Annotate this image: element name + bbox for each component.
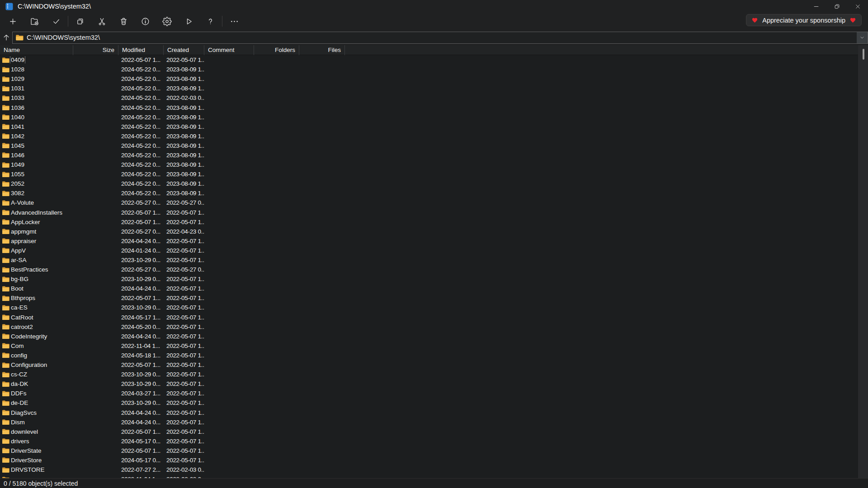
item-name: A-Volute	[11, 199, 34, 206]
list-item[interactable]: AppLocker2022-05-07 1...2022-05-07 1...	[0, 217, 858, 227]
minimize-button[interactable]	[806, 0, 826, 13]
list-item[interactable]: 10362024-05-22 0...2023-08-09 1...	[0, 103, 858, 112]
item-name: appraiser	[11, 238, 36, 244]
list-item[interactable]: Boot2024-04-24 0...2022-05-07 1...	[0, 284, 858, 293]
list-item[interactable]: 10332024-05-22 0...2022-02-03 0...	[0, 93, 858, 103]
run-button[interactable]	[178, 14, 199, 28]
column-header-size[interactable]: Size	[73, 45, 118, 55]
vertical-scrollbar[interactable]	[858, 45, 868, 478]
item-created: 2023-08-09 1...	[164, 180, 204, 187]
item-created: 2022-05-07 1...	[164, 56, 204, 63]
list-item[interactable]: BestPractices2022-05-27 0...2022-05-27 0…	[0, 265, 858, 274]
list-item[interactable]: Bthprops2022-05-07 1...2022-05-07 1...	[0, 293, 858, 303]
folder-icon	[2, 371, 9, 378]
list-item[interactable]: 10422024-05-22 0...2023-08-09 1...	[0, 131, 858, 141]
list-item[interactable]: 04092022-05-07 1...2022-05-07 1...	[0, 55, 858, 65]
item-modified: 2022-07-27 2...	[118, 466, 164, 473]
column-header-comment[interactable]: Comment	[204, 45, 254, 55]
folder-icon	[2, 324, 9, 330]
sponsor-button[interactable]: Appreciate your sponsorship	[746, 14, 862, 26]
list-item[interactable]: AdvancedInstallers2022-05-07 1...2022-05…	[0, 208, 858, 217]
list-item[interactable]: DDFs2024-03-27 1...2022-05-07 1...	[0, 389, 858, 398]
list-item[interactable]: 10462024-05-22 0...2023-08-09 1...	[0, 150, 858, 160]
item-modified: 2024-05-17 1...	[118, 314, 164, 321]
list-item[interactable]: 10292024-05-22 0...2023-08-09 1...	[0, 74, 858, 84]
window: C:\WINDOWS\system32\ Appreciate your spo…	[0, 0, 868, 488]
item-created: 2022-05-07 1...	[164, 352, 204, 359]
folder-icon	[2, 381, 9, 387]
item-created: 2022-05-07 1...	[164, 209, 204, 216]
item-name: 1040	[11, 114, 24, 121]
list-item[interactable]: 10492024-05-22 0...2023-08-09 1...	[0, 160, 858, 169]
copy-button[interactable]	[69, 14, 91, 28]
list-item[interactable]: Com2022-11-04 1...2022-05-07 1...	[0, 341, 858, 351]
item-modified: 2022-05-07 1...	[118, 295, 164, 301]
list-item[interactable]: A-Volute2022-05-27 0...2022-05-27 0...	[0, 198, 858, 207]
up-one-level-button[interactable]	[0, 32, 12, 44]
column-header-modified[interactable]: Modified	[118, 45, 164, 55]
list-item[interactable]: appraiser2024-04-24 0...2022-05-07 1...	[0, 236, 858, 246]
list-item[interactable]: 30822024-05-22 0...2023-08-09 1...	[0, 188, 858, 198]
list-item[interactable]: 10312024-05-22 0...2023-08-09 1...	[0, 84, 858, 93]
list-item[interactable]: Configuration2022-05-07 1...2022-05-07 1…	[0, 360, 858, 370]
address-input[interactable]: C:\WINDOWS\system32\	[12, 32, 868, 44]
list-item[interactable]: 10282024-05-22 0...2023-08-09 1...	[0, 65, 858, 74]
item-modified: 2024-05-22 0...	[118, 123, 164, 130]
list-item[interactable]: 10452024-05-22 0...2023-08-09 1...	[0, 141, 858, 150]
help-button[interactable]	[199, 14, 221, 28]
restore-icon	[834, 3, 840, 10]
list-item[interactable]: 10402024-05-22 0...2023-08-09 1...	[0, 113, 858, 122]
list-item[interactable]: downlevel2022-05-07 1...2022-05-07 1...	[0, 427, 858, 436]
list-item[interactable]: 20522024-05-22 0...2023-08-09 1...	[0, 179, 858, 188]
extract-button[interactable]	[24, 14, 45, 28]
column-header-files[interactable]: Files	[299, 45, 345, 55]
list-item[interactable]: 10412024-05-22 0...2023-08-09 1...	[0, 122, 858, 131]
list-item[interactable]: appmgmt2022-05-27 0...2022-04-23 0...	[0, 227, 858, 236]
move-button[interactable]	[91, 14, 113, 28]
list-item[interactable]: DRVSTORE2022-07-27 2...2022-02-03 0...	[0, 465, 858, 474]
column-header-created[interactable]: Created	[164, 45, 204, 55]
list-item[interactable]: DriverStore2024-05-17 0...2022-05-07 1..…	[0, 455, 858, 465]
list-item[interactable]: CatRoot2024-05-17 1...2022-05-07 1...	[0, 313, 858, 322]
list-item[interactable]: DriverState2022-05-07 1...2022-05-07 1..…	[0, 446, 858, 455]
folder-icon	[2, 467, 9, 473]
list-item[interactable]: config2024-05-18 1...2022-05-07 1...	[0, 351, 858, 360]
delete-button[interactable]	[113, 14, 134, 28]
scrollbar-thumb[interactable]	[863, 49, 864, 60]
list-item[interactable]: de-DE2023-10-29 0...2022-05-07 1...	[0, 398, 858, 408]
list-item[interactable]: da-DK2023-10-29 0...2022-05-07 1...	[0, 379, 858, 389]
list-item[interactable]: CodeIntegrity2024-04-24 0...2022-05-07 1…	[0, 332, 858, 341]
list-item[interactable]: 10552024-05-22 0...2023-08-09 1...	[0, 169, 858, 179]
add-button[interactable]	[2, 14, 24, 28]
list-item[interactable]: drivers2024-05-17 0...2022-05-07 1...	[0, 436, 858, 446]
list-item[interactable]: 2022-11-04 1...2022-02-03 0...	[0, 474, 858, 478]
column-header-name[interactable]: Name	[0, 45, 73, 55]
list-item[interactable]: catroot22024-05-20 0...2022-05-07 1...	[0, 322, 858, 332]
heart-icon	[849, 17, 856, 23]
list-item[interactable]: cs-CZ2023-10-29 0...2022-05-07 1...	[0, 370, 858, 379]
item-modified: 2024-04-24 0...	[118, 419, 164, 426]
minimize-icon	[813, 3, 820, 10]
list-item[interactable]: ca-ES2023-10-29 0...2022-05-07 1...	[0, 303, 858, 312]
list-item[interactable]: Dism2024-04-24 0...2022-05-07 1...	[0, 418, 858, 427]
close-button[interactable]	[847, 0, 868, 13]
list-item[interactable]: bg-BG2023-10-29 0...2022-05-07 1...	[0, 274, 858, 284]
folder-icon	[15, 34, 24, 41]
folder-icon	[2, 428, 9, 435]
options-button[interactable]	[156, 14, 178, 28]
list-item[interactable]: ar-SA2023-10-29 0...2022-05-07 1...	[0, 255, 858, 265]
item-modified: 2024-04-24 0...	[118, 409, 164, 416]
restore-button[interactable]	[826, 0, 847, 13]
item-name: Com	[11, 343, 24, 349]
list-item[interactable]: DiagSvcs2024-04-24 0...2022-05-07 1...	[0, 408, 858, 417]
item-created: 2022-05-07 1...	[164, 361, 204, 368]
folder-icon	[2, 286, 9, 292]
info-button[interactable]	[134, 14, 156, 28]
ellipsis-icon	[230, 17, 239, 26]
list-item[interactable]: AppV2024-01-24 0...2022-05-07 1...	[0, 246, 858, 255]
test-button[interactable]	[45, 14, 67, 28]
column-header-folders[interactable]: Folders	[254, 45, 299, 55]
item-name: config	[11, 352, 27, 359]
address-dropdown-button[interactable]	[857, 32, 868, 43]
more-button[interactable]	[223, 14, 245, 28]
